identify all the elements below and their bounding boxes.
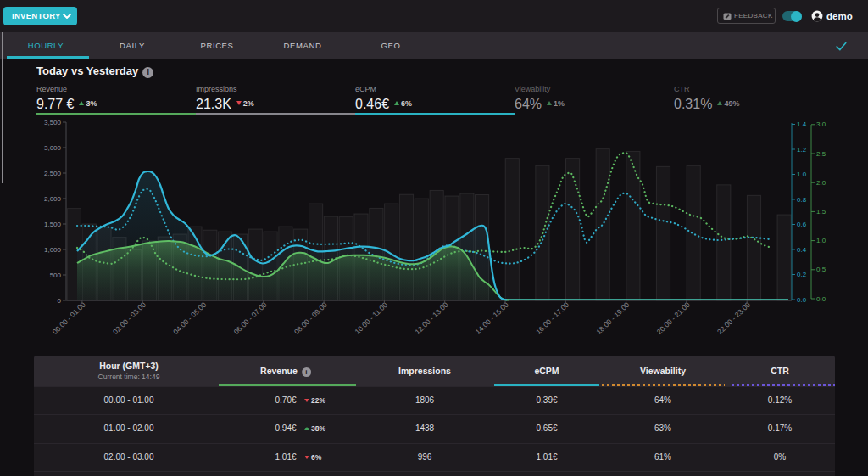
svg-text:0.6: 0.6 bbox=[797, 221, 807, 228]
svg-text:18.00 - 19.00: 18.00 - 19.00 bbox=[594, 300, 631, 336]
svg-text:1.0: 1.0 bbox=[816, 237, 826, 244]
svg-text:02.00 - 03.00: 02.00 - 03.00 bbox=[111, 300, 147, 336]
svg-text:04.00 - 05.00: 04.00 - 05.00 bbox=[171, 300, 208, 336]
svg-text:08.00 - 09.00: 08.00 - 09.00 bbox=[292, 300, 329, 336]
svg-text:2.5: 2.5 bbox=[816, 150, 826, 158]
svg-text:0: 0 bbox=[58, 297, 62, 305]
svg-text:500: 500 bbox=[50, 272, 62, 279]
svg-text:0.5: 0.5 bbox=[816, 266, 826, 273]
svg-text:12.00 - 13.00: 12.00 - 13.00 bbox=[414, 300, 450, 336]
svg-text:1,500: 1,500 bbox=[44, 221, 62, 228]
svg-text:0.0: 0.0 bbox=[797, 296, 807, 304]
svg-text:3,500: 3,500 bbox=[44, 119, 62, 126]
svg-text:10.00 - 11.00: 10.00 - 11.00 bbox=[353, 300, 389, 336]
svg-text:3.0: 3.0 bbox=[816, 120, 826, 128]
svg-text:1.4: 1.4 bbox=[797, 120, 807, 128]
svg-text:06.00 - 07.00: 06.00 - 07.00 bbox=[232, 300, 269, 336]
svg-text:16.00 - 17.00: 16.00 - 17.00 bbox=[534, 300, 570, 336]
svg-text:3,000: 3,000 bbox=[44, 144, 62, 152]
svg-text:2,500: 2,500 bbox=[44, 170, 62, 177]
svg-text:1.2: 1.2 bbox=[797, 146, 807, 154]
svg-text:20.00 - 21.00: 20.00 - 21.00 bbox=[655, 300, 692, 336]
svg-text:0.2: 0.2 bbox=[797, 271, 807, 278]
svg-text:0.0: 0.0 bbox=[816, 295, 826, 303]
svg-text:1.0: 1.0 bbox=[797, 171, 807, 178]
svg-text:2.0: 2.0 bbox=[816, 179, 826, 187]
svg-text:0.8: 0.8 bbox=[797, 196, 807, 204]
svg-text:1,000: 1,000 bbox=[44, 246, 62, 254]
svg-text:2,000: 2,000 bbox=[44, 195, 62, 203]
svg-text:00.00 - 01.00: 00.00 - 01.00 bbox=[51, 300, 87, 336]
svg-text:1.5: 1.5 bbox=[816, 208, 826, 216]
svg-text:22.00 - 23.00: 22.00 - 23.00 bbox=[715, 300, 752, 336]
svg-text:0.4: 0.4 bbox=[797, 246, 807, 254]
svg-text:14.00 - 15.00: 14.00 - 15.00 bbox=[474, 300, 510, 336]
